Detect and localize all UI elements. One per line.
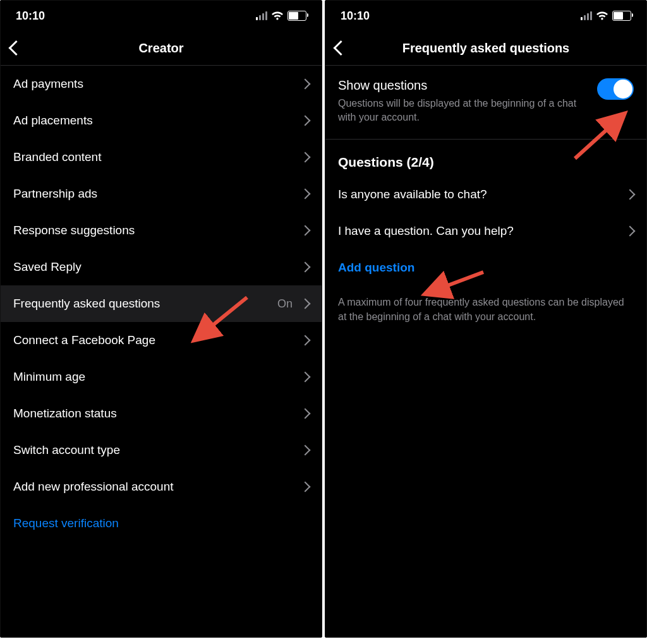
list-item-label: Frequently asked questions (13, 297, 160, 311)
status-bar: 10:10 (325, 1, 646, 31)
battery-icon (287, 11, 306, 21)
list-item-faq[interactable]: Frequently asked questions On (1, 285, 322, 322)
list-item-branded-content[interactable]: Branded content (1, 139, 322, 176)
page-header: Creator (1, 31, 322, 66)
add-question-link[interactable]: Add question (325, 249, 646, 286)
chevron-left-icon (8, 40, 23, 56)
list-item-label: Ad placements (13, 114, 93, 128)
list-item-ad-placements[interactable]: Ad placements (1, 102, 322, 139)
link-request-verification[interactable]: Request verification (1, 505, 322, 542)
chevron-right-icon (300, 299, 311, 309)
settings-list: Ad payments Ad placements Branded conten… (1, 66, 322, 542)
cellular-signal-icon (256, 11, 267, 20)
status-bar: 10:10 (1, 1, 322, 31)
toggle-title: Show questions (338, 78, 590, 93)
chevron-right-icon (300, 262, 311, 273)
list-item-label: Add new professional account (13, 480, 174, 494)
list-item-connect-facebook[interactable]: Connect a Facebook Page (1, 322, 322, 359)
list-item-switch-account-type[interactable]: Switch account type (1, 432, 322, 468)
status-indicators (581, 11, 631, 21)
link-label: Request verification (13, 516, 119, 530)
list-item-add-professional-account[interactable]: Add new professional account (1, 468, 322, 505)
cellular-signal-icon (581, 11, 592, 20)
wifi-icon (271, 11, 284, 20)
status-indicators (256, 11, 306, 21)
show-questions-section: Show questions Questions will be display… (325, 66, 646, 140)
page-title: Creator (138, 41, 183, 56)
list-item-label: Minimum age (13, 370, 85, 384)
chevron-right-icon (625, 189, 636, 200)
list-item-label: Ad payments (13, 77, 83, 91)
list-item-label: Partnership ads (13, 187, 97, 201)
status-time: 10:10 (16, 9, 45, 23)
chevron-right-icon (300, 189, 311, 200)
back-button[interactable] (332, 39, 350, 57)
list-item-saved-reply[interactable]: Saved Reply (1, 249, 322, 285)
question-label: I have a question. Can you help? (338, 224, 514, 238)
list-item-ad-payments[interactable]: Ad payments (1, 66, 322, 102)
list-item-label: Switch account type (13, 443, 120, 457)
list-item-response-suggestions[interactable]: Response suggestions (1, 212, 322, 249)
list-item-label: Branded content (13, 150, 101, 164)
question-row[interactable]: Is anyone available to chat? (325, 176, 646, 213)
chevron-right-icon (300, 225, 311, 236)
chevron-right-icon (300, 445, 311, 456)
list-item-monetization-status[interactable]: Monetization status (1, 395, 322, 432)
phone-screen-faq: 10:10 Frequently asked questions Show qu… (325, 0, 647, 638)
chevron-right-icon (625, 226, 636, 237)
chevron-right-icon (300, 116, 311, 126)
list-item-value: On (277, 297, 293, 311)
toggle-knob-icon (614, 80, 632, 98)
list-item-label: Saved Reply (13, 260, 82, 274)
question-row[interactable]: I have a question. Can you help? (325, 213, 646, 249)
back-button[interactable] (7, 39, 25, 57)
list-item-partnership-ads[interactable]: Partnership ads (1, 176, 322, 212)
phone-screen-creator: 10:10 Creator Ad payments Ad placements … (0, 0, 322, 638)
list-item-label: Monetization status (13, 407, 117, 420)
toggle-subtitle: Questions will be displayed at the begin… (338, 97, 590, 124)
chevron-right-icon (300, 408, 311, 419)
chevron-right-icon (300, 482, 311, 492)
chevron-right-icon (300, 335, 311, 346)
list-item-label: Response suggestions (13, 224, 135, 237)
list-item-minimum-age[interactable]: Minimum age (1, 359, 322, 395)
page-header: Frequently asked questions (325, 31, 646, 66)
status-time: 10:10 (341, 9, 370, 23)
question-label: Is anyone available to chat? (338, 188, 487, 201)
show-questions-toggle[interactable] (597, 78, 634, 100)
battery-icon (612, 11, 631, 21)
link-label: Add question (338, 261, 414, 274)
questions-section-title: Questions (2/4) (325, 140, 646, 176)
wifi-icon (596, 11, 608, 20)
chevron-right-icon (300, 372, 311, 383)
page-title: Frequently asked questions (402, 41, 570, 56)
chevron-left-icon (333, 40, 348, 56)
footnote-text: A maximum of four frequently asked quest… (325, 286, 646, 333)
chevron-right-icon (300, 79, 311, 90)
list-item-label: Connect a Facebook Page (13, 333, 155, 347)
chevron-right-icon (300, 152, 311, 163)
